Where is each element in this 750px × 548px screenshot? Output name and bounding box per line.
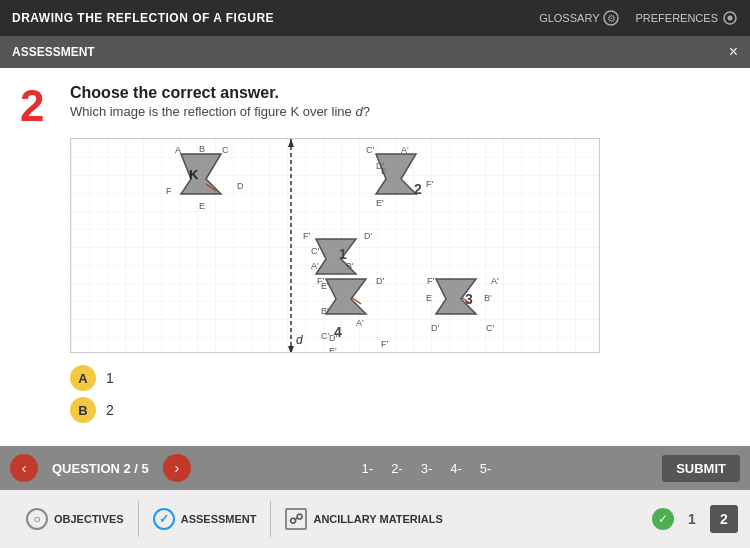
svg-text:C': C': [311, 246, 319, 256]
page-dot-2[interactable]: 2-: [385, 459, 409, 478]
svg-text:F': F': [303, 231, 310, 241]
top-bar-controls: GLOSSARY ⚙ PREFERENCES: [539, 10, 738, 26]
glossary-button[interactable]: GLOSSARY ⚙: [539, 10, 619, 26]
objectives-label: OBJECTIVES: [54, 513, 124, 525]
svg-text:E': E': [321, 281, 329, 291]
svg-text:D': D': [364, 231, 372, 241]
svg-text:F': F': [381, 339, 388, 349]
objectives-item[interactable]: ○ OBJECTIVES: [12, 508, 138, 530]
page-dot-4[interactable]: 4-: [444, 459, 468, 478]
answer-option-b[interactable]: B 2: [70, 397, 730, 423]
answer-option-a[interactable]: A 1: [70, 365, 730, 391]
svg-text:3: 3: [465, 291, 473, 307]
svg-text:C': C': [366, 145, 374, 155]
svg-text:E': E': [376, 198, 384, 208]
option-label-b: 2: [106, 402, 114, 418]
page-num-1[interactable]: 1: [678, 505, 706, 533]
glossary-icon: ⚙: [603, 10, 619, 26]
option-circle-a: A: [70, 365, 96, 391]
svg-text:B': B': [484, 293, 492, 303]
question-counter: QUESTION 2 / 5: [52, 461, 149, 476]
top-bar: DRAWING THE REFLECTION OF A FIGURE GLOSS…: [0, 0, 750, 36]
assessment-footer-label: ASSESSMENT: [181, 513, 257, 525]
svg-text:A: A: [175, 145, 181, 155]
svg-point-3: [728, 16, 733, 21]
option-label-a: 1: [106, 370, 114, 386]
app-title: DRAWING THE REFLECTION OF A FIGURE: [12, 11, 274, 25]
svg-text:D': D': [376, 276, 384, 286]
assessment-header: ASSESSMENT ×: [0, 36, 750, 68]
question-sub-text: Which image is the reflection of figure …: [70, 104, 370, 119]
page-dot-5[interactable]: 5-: [474, 459, 498, 478]
footer-page-nums: ✓ 1 2: [652, 505, 738, 533]
svg-text:F': F': [426, 179, 433, 189]
svg-text:B': B': [321, 306, 329, 316]
svg-text:A': A': [491, 276, 499, 286]
svg-text:D': D': [431, 323, 439, 333]
svg-text:d: d: [296, 333, 303, 347]
svg-text:E: E: [426, 293, 432, 303]
answer-options: A 1 B 2: [70, 365, 730, 423]
footer: ○ OBJECTIVES ✓ ASSESSMENT ☍ ANCILLARY MA…: [0, 490, 750, 548]
nav-bar: ‹ QUESTION 2 / 5 › 1- 2- 3- 4- 5- SUBMIT: [0, 446, 750, 490]
preferences-button[interactable]: PREFERENCES: [635, 10, 738, 26]
question-main-text: Choose the correct answer.: [70, 84, 370, 102]
svg-text:C': C': [486, 323, 494, 333]
page-dot-1[interactable]: 1-: [356, 459, 380, 478]
svg-text:D: D: [237, 181, 244, 191]
svg-text:K: K: [189, 167, 199, 182]
ancillary-label: ANCILLARY MATERIALS: [313, 513, 442, 525]
assessment-label: ASSESSMENT: [12, 45, 95, 59]
svg-text:E: E: [199, 201, 205, 211]
main-content: 2 Choose the correct answer. Which image…: [0, 68, 750, 446]
svg-text:C: C: [222, 145, 229, 155]
svg-text:A': A': [356, 318, 364, 328]
ancillary-doc-icon: ☍: [285, 508, 307, 530]
ancillary-item[interactable]: ☍ ANCILLARY MATERIALS: [271, 508, 456, 530]
page-num-2[interactable]: 2: [710, 505, 738, 533]
question-number: 2: [20, 84, 56, 128]
svg-text:⚙: ⚙: [607, 13, 616, 24]
svg-text:2: 2: [414, 181, 422, 197]
page-dots: 1- 2- 3- 4- 5-: [199, 459, 654, 478]
prev-button[interactable]: ‹: [10, 454, 38, 482]
figure-svg: K A B C D E F d C' A' B' D' F' E': [70, 138, 600, 353]
page-dot-3[interactable]: 3-: [415, 459, 439, 478]
svg-text:E': E': [329, 346, 337, 353]
question-text-block: Choose the correct answer. Which image i…: [70, 84, 370, 119]
assessment-check-icon: ✓: [153, 508, 175, 530]
svg-text:D': D': [376, 161, 384, 171]
close-button[interactable]: ×: [729, 43, 738, 61]
submit-button[interactable]: SUBMIT: [662, 455, 740, 482]
svg-text:B: B: [199, 144, 205, 154]
svg-text:A': A': [311, 261, 319, 271]
preferences-icon: [722, 10, 738, 26]
svg-text:1: 1: [339, 246, 347, 262]
question-header: 2 Choose the correct answer. Which image…: [20, 84, 730, 128]
page-check-icon: ✓: [652, 508, 674, 530]
svg-text:4: 4: [334, 324, 342, 340]
assessment-item[interactable]: ✓ ASSESSMENT: [139, 508, 271, 530]
svg-text:F: F: [166, 186, 172, 196]
objectives-icon: ○: [26, 508, 48, 530]
option-circle-b: B: [70, 397, 96, 423]
svg-text:F': F': [427, 276, 434, 286]
next-button[interactable]: ›: [163, 454, 191, 482]
